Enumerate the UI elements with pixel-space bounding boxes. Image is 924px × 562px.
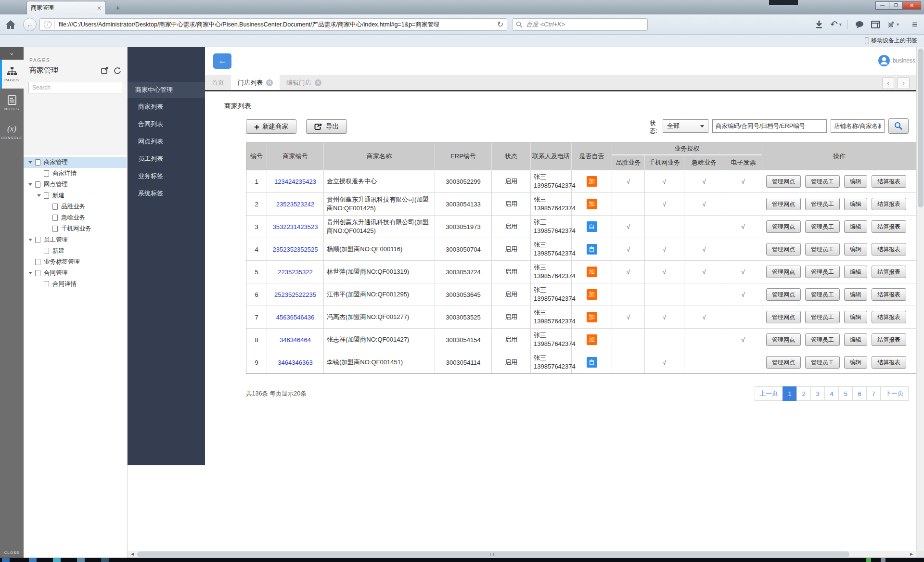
row-action-button[interactable]: 编辑 xyxy=(844,175,867,188)
taskbar-icon[interactable] xyxy=(101,558,109,562)
row-action-button[interactable]: 管理员工 xyxy=(805,288,840,301)
tab-close-icon[interactable]: ✕ xyxy=(315,79,321,86)
tree-item[interactable]: 网点管理 xyxy=(24,179,127,190)
browser-search-box[interactable]: 百度 <Ctrl+K> xyxy=(512,18,648,31)
row-action-button[interactable]: 结算报表 xyxy=(872,220,906,233)
tree-item[interactable]: 千机网业务 xyxy=(24,223,127,234)
scroll-right-arrow-icon[interactable]: ▶ xyxy=(908,551,915,558)
row-action-button[interactable]: 管理网点 xyxy=(766,266,801,278)
row-action-button[interactable]: 管理网点 xyxy=(766,243,801,255)
sidebar-item[interactable]: 合同列表 xyxy=(128,115,205,133)
merchant-code-search-input[interactable] xyxy=(712,119,827,133)
table-search-button[interactable] xyxy=(888,118,909,134)
row-action-button[interactable]: 结算报表 xyxy=(872,311,906,323)
pagination-prev[interactable]: 上一页 xyxy=(755,386,783,401)
row-action-button[interactable]: 管理员工 xyxy=(805,356,840,369)
user-chip[interactable]: business xyxy=(878,54,915,67)
open-in-new-icon[interactable] xyxy=(101,67,109,74)
info-icon[interactable]: i xyxy=(44,21,51,28)
row-action-button[interactable]: 编辑 xyxy=(844,311,867,323)
row-action-button[interactable]: 管理员工 xyxy=(805,198,840,210)
tabs-scroll-left-icon[interactable]: ‹ xyxy=(882,77,894,89)
tree-item[interactable]: 合同详情 xyxy=(24,279,127,290)
merchant-code-link[interactable]: 45636546436 xyxy=(276,314,315,321)
taskbar-icon[interactable] xyxy=(53,558,61,562)
reload-icon[interactable]: ↻ xyxy=(492,18,508,31)
sidebar-item[interactable]: 网点列表 xyxy=(128,133,205,150)
app-tab[interactable]: 编辑门店✕ xyxy=(280,75,328,90)
tree-item[interactable]: 商家详情 xyxy=(24,168,127,179)
tree-item[interactable]: 合同管理 xyxy=(24,268,127,279)
sidebar-panel-icon[interactable] xyxy=(871,21,880,28)
minimize-button[interactable]: — xyxy=(875,1,889,10)
merchant-code-link[interactable]: 2235235322 xyxy=(278,268,312,276)
row-action-button[interactable]: 管理网点 xyxy=(766,356,801,369)
merchant-code-link[interactable]: 3532231423523 xyxy=(273,223,318,230)
tree-caret-icon[interactable] xyxy=(28,239,32,241)
row-action-button[interactable]: 管理员工 xyxy=(805,220,840,233)
pagination-page[interactable]: 7 xyxy=(866,386,881,401)
tree-item[interactable]: 品胜业务 xyxy=(24,201,127,212)
row-action-button[interactable]: 管理网点 xyxy=(766,288,801,301)
tab-close-icon[interactable]: ✕ xyxy=(266,79,273,86)
row-action-button[interactable]: 编辑 xyxy=(844,356,867,369)
merchant-code-link[interactable]: 346346464 xyxy=(280,336,311,344)
page-feedback-icon[interactable] xyxy=(114,67,121,75)
tree-caret-icon[interactable] xyxy=(28,183,32,186)
row-action-button[interactable]: 管理网点 xyxy=(766,175,801,188)
close-panel-button[interactable]: CLOSE xyxy=(0,550,24,555)
row-action-button[interactable]: 结算报表 xyxy=(872,198,906,210)
store-name-search-input[interactable] xyxy=(831,119,885,133)
chat-icon[interactable] xyxy=(855,20,864,29)
row-action-button[interactable]: 管理员工 xyxy=(805,243,840,255)
tree-item[interactable]: 商家管理 xyxy=(24,157,127,168)
row-action-button[interactable]: 结算报表 xyxy=(872,266,906,278)
row-action-button[interactable]: 编辑 xyxy=(844,198,867,210)
pagination-page[interactable]: 5 xyxy=(838,386,853,401)
nav-console[interactable]: (x) CONSOLE xyxy=(0,117,24,146)
tab-close-icon[interactable]: ✕ xyxy=(97,5,102,12)
taskbar-icon[interactable] xyxy=(77,558,85,562)
tree-caret-icon[interactable] xyxy=(37,194,41,197)
horizontal-scrollbar-thumb[interactable] xyxy=(137,551,849,557)
row-action-button[interactable]: 管理网点 xyxy=(766,220,801,233)
row-action-button[interactable]: 编辑 xyxy=(844,288,867,301)
pagination-next[interactable]: 下一页 xyxy=(880,386,909,401)
menu-icon[interactable]: ≡ xyxy=(912,17,917,32)
new-merchant-button[interactable]: + 新建商家 xyxy=(246,119,296,134)
taskbar-icon[interactable] xyxy=(2,558,10,562)
vertical-scrollbar-thumb[interactable] xyxy=(918,49,924,207)
row-action-button[interactable]: 结算报表 xyxy=(872,356,906,369)
merchant-code-link[interactable]: 23523523242 xyxy=(276,201,315,208)
sidebar-item[interactable]: 员工列表 xyxy=(128,150,205,167)
app-tab[interactable]: 首页 xyxy=(205,75,231,90)
merchant-code-link[interactable]: 2352352352525 xyxy=(273,246,318,253)
url-bar[interactable]: i xyxy=(39,18,507,31)
plugin-icon[interactable] xyxy=(887,21,895,29)
plugin-dropdown-icon[interactable]: ▾ xyxy=(897,17,899,32)
pagination-page[interactable]: 6 xyxy=(852,386,867,401)
sidebar-item[interactable]: 商家列表 xyxy=(128,98,205,115)
row-action-button[interactable]: 编辑 xyxy=(844,266,867,278)
bookmarks-mobile-item[interactable]: 移动设备上的书签 xyxy=(865,37,917,45)
collapse-panel-button[interactable]: ⌄ xyxy=(0,47,24,60)
pagination-page[interactable]: 3 xyxy=(810,386,825,401)
row-action-button[interactable]: 管理员工 xyxy=(805,175,840,188)
pagination-page[interactable]: 4 xyxy=(824,386,839,401)
row-action-button[interactable]: 管理网点 xyxy=(766,311,801,323)
merchant-code-link[interactable]: 252352522235 xyxy=(274,291,316,298)
row-action-button[interactable]: 管理网点 xyxy=(766,333,801,346)
tabs-scroll-right-icon[interactable]: › xyxy=(898,77,910,89)
row-action-button[interactable]: 编辑 xyxy=(844,333,867,346)
vertical-scrollbar[interactable] xyxy=(916,47,924,551)
app-back-button[interactable]: ← xyxy=(213,53,231,69)
row-action-button[interactable]: 管理员工 xyxy=(805,266,840,278)
tree-item[interactable]: 员工管理 xyxy=(24,234,127,245)
home-icon[interactable] xyxy=(5,19,16,30)
maximize-button[interactable]: ❐ xyxy=(889,1,903,10)
row-action-button[interactable]: 结算报表 xyxy=(872,243,906,255)
row-action-button[interactable]: 管理员工 xyxy=(805,333,840,346)
tree-caret-icon[interactable] xyxy=(28,272,32,274)
row-action-button[interactable]: 编辑 xyxy=(844,220,867,233)
export-button[interactable]: 导出 xyxy=(306,119,347,134)
